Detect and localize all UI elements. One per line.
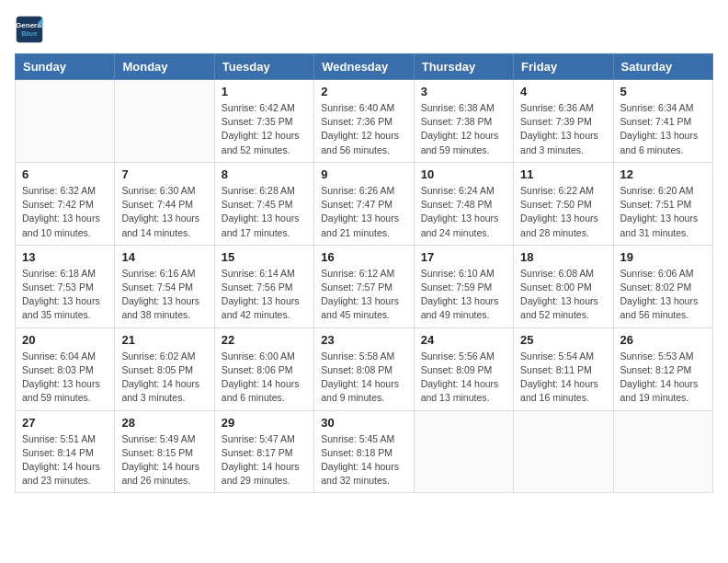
calendar-week-row: 20Sunrise: 6:04 AM Sunset: 8:03 PM Dayli… [16,327,713,410]
calendar-week-row: 13Sunrise: 6:18 AM Sunset: 7:53 PM Dayli… [16,245,713,327]
day-number: 29 [222,416,307,430]
day-detail: Sunrise: 6:18 AM Sunset: 7:53 PM Dayligh… [22,267,108,323]
calendar-cell: 25Sunrise: 5:54 AM Sunset: 8:11 PM Dayli… [514,327,613,410]
calendar-cell [514,410,613,493]
day-detail: Sunrise: 5:58 AM Sunset: 8:08 PM Dayligh… [321,350,406,406]
logo: General Blue [15,15,44,44]
day-detail: Sunrise: 5:49 AM Sunset: 8:15 PM Dayligh… [121,432,207,488]
calendar-cell: 1Sunrise: 6:42 AM Sunset: 7:35 PM Daylig… [214,80,313,163]
calendar-header-row: SundayMondayTuesdayWednesdayThursdayFrid… [16,54,713,80]
day-number: 12 [620,167,706,181]
calendar-cell: 29Sunrise: 5:47 AM Sunset: 8:17 PM Dayli… [214,410,313,493]
day-number: 17 [421,250,506,264]
day-number: 11 [520,167,606,181]
calendar-cell: 30Sunrise: 5:45 AM Sunset: 8:18 PM Dayli… [314,410,414,493]
calendar-cell: 13Sunrise: 6:18 AM Sunset: 7:53 PM Dayli… [16,245,115,327]
day-number: 5 [620,85,706,98]
day-detail: Sunrise: 5:53 AM Sunset: 8:12 PM Dayligh… [620,350,706,406]
day-detail: Sunrise: 5:56 AM Sunset: 8:09 PM Dayligh… [421,350,506,406]
svg-text:Blue: Blue [21,29,38,38]
day-number: 18 [520,250,606,264]
calendar-cell: 26Sunrise: 5:53 AM Sunset: 8:12 PM Dayli… [613,327,712,410]
weekday-header-monday: Monday [115,54,214,80]
day-number: 8 [222,167,307,181]
calendar-cell: 7Sunrise: 6:30 AM Sunset: 7:44 PM Daylig… [115,162,214,245]
day-detail: Sunrise: 6:22 AM Sunset: 7:50 PM Dayligh… [520,184,606,240]
page-header: General Blue [15,15,713,44]
day-detail: Sunrise: 6:08 AM Sunset: 8:00 PM Dayligh… [520,267,606,323]
day-number: 23 [321,333,406,347]
day-detail: Sunrise: 5:51 AM Sunset: 8:14 PM Dayligh… [22,432,108,488]
calendar-cell: 27Sunrise: 5:51 AM Sunset: 8:14 PM Dayli… [16,410,115,493]
day-detail: Sunrise: 6:30 AM Sunset: 7:44 PM Dayligh… [121,184,207,240]
calendar-cell [115,80,214,163]
day-detail: Sunrise: 5:47 AM Sunset: 8:17 PM Dayligh… [222,432,307,488]
day-number: 1 [222,85,307,98]
calendar-cell: 22Sunrise: 6:00 AM Sunset: 8:06 PM Dayli… [214,327,313,410]
day-number: 24 [421,333,506,347]
calendar-cell: 19Sunrise: 6:06 AM Sunset: 8:02 PM Dayli… [613,245,712,327]
day-number: 13 [22,250,108,264]
calendar-cell: 18Sunrise: 6:08 AM Sunset: 8:00 PM Dayli… [514,245,613,327]
day-detail: Sunrise: 6:24 AM Sunset: 7:48 PM Dayligh… [421,184,506,240]
calendar-cell: 17Sunrise: 6:10 AM Sunset: 7:59 PM Dayli… [414,245,513,327]
calendar-cell: 14Sunrise: 6:16 AM Sunset: 7:54 PM Dayli… [115,245,214,327]
day-detail: Sunrise: 6:00 AM Sunset: 8:06 PM Dayligh… [222,350,307,406]
calendar-cell: 6Sunrise: 6:32 AM Sunset: 7:42 PM Daylig… [16,162,115,245]
day-detail: Sunrise: 6:28 AM Sunset: 7:45 PM Dayligh… [222,184,307,240]
day-number: 4 [520,85,606,98]
day-number: 16 [321,250,406,264]
calendar-cell: 4Sunrise: 6:36 AM Sunset: 7:39 PM Daylig… [514,80,613,163]
day-number: 2 [321,85,406,98]
day-detail: Sunrise: 6:04 AM Sunset: 8:03 PM Dayligh… [22,350,108,406]
day-detail: Sunrise: 6:36 AM Sunset: 7:39 PM Dayligh… [520,101,606,157]
weekday-header-tuesday: Tuesday [214,54,313,80]
day-detail: Sunrise: 6:38 AM Sunset: 7:38 PM Dayligh… [421,101,506,157]
day-number: 9 [321,167,406,181]
day-number: 21 [121,333,207,347]
day-detail: Sunrise: 6:12 AM Sunset: 7:57 PM Dayligh… [321,267,406,323]
weekday-header-saturday: Saturday [613,54,712,80]
calendar-cell [16,80,115,163]
day-number: 6 [22,167,108,181]
day-detail: Sunrise: 6:16 AM Sunset: 7:54 PM Dayligh… [121,267,207,323]
day-detail: Sunrise: 6:14 AM Sunset: 7:56 PM Dayligh… [222,267,307,323]
calendar-cell: 2Sunrise: 6:40 AM Sunset: 7:36 PM Daylig… [314,80,414,163]
weekday-header-thursday: Thursday [414,54,513,80]
day-detail: Sunrise: 6:34 AM Sunset: 7:41 PM Dayligh… [620,101,706,157]
day-number: 7 [121,167,207,181]
calendar-cell: 28Sunrise: 5:49 AM Sunset: 8:15 PM Dayli… [115,410,214,493]
day-number: 30 [321,416,406,430]
day-detail: Sunrise: 6:06 AM Sunset: 8:02 PM Dayligh… [620,267,706,323]
day-number: 19 [620,250,706,264]
day-detail: Sunrise: 6:20 AM Sunset: 7:51 PM Dayligh… [620,184,706,240]
day-detail: Sunrise: 6:26 AM Sunset: 7:47 PM Dayligh… [321,184,406,240]
weekday-header-wednesday: Wednesday [314,54,414,80]
calendar-cell: 8Sunrise: 6:28 AM Sunset: 7:45 PM Daylig… [214,162,313,245]
calendar-week-row: 27Sunrise: 5:51 AM Sunset: 8:14 PM Dayli… [16,410,713,493]
day-number: 10 [421,167,506,181]
calendar-cell: 24Sunrise: 5:56 AM Sunset: 8:09 PM Dayli… [414,327,513,410]
day-number: 3 [421,85,506,98]
calendar-week-row: 1Sunrise: 6:42 AM Sunset: 7:35 PM Daylig… [16,80,713,163]
day-detail: Sunrise: 6:10 AM Sunset: 7:59 PM Dayligh… [421,267,506,323]
calendar-cell: 11Sunrise: 6:22 AM Sunset: 7:50 PM Dayli… [514,162,613,245]
calendar-cell: 21Sunrise: 6:02 AM Sunset: 8:05 PM Dayli… [115,327,214,410]
day-detail: Sunrise: 6:32 AM Sunset: 7:42 PM Dayligh… [22,184,108,240]
day-number: 20 [22,333,108,347]
calendar-cell: 23Sunrise: 5:58 AM Sunset: 8:08 PM Dayli… [314,327,414,410]
calendar-cell [414,410,513,493]
calendar-cell: 16Sunrise: 6:12 AM Sunset: 7:57 PM Dayli… [314,245,414,327]
calendar-cell: 12Sunrise: 6:20 AM Sunset: 7:51 PM Dayli… [613,162,712,245]
day-detail: Sunrise: 6:40 AM Sunset: 7:36 PM Dayligh… [321,101,406,157]
day-number: 22 [222,333,307,347]
weekday-header-friday: Friday [514,54,613,80]
calendar-week-row: 6Sunrise: 6:32 AM Sunset: 7:42 PM Daylig… [16,162,713,245]
day-number: 25 [520,333,606,347]
day-detail: Sunrise: 5:54 AM Sunset: 8:11 PM Dayligh… [520,350,606,406]
calendar-cell: 15Sunrise: 6:14 AM Sunset: 7:56 PM Dayli… [214,245,313,327]
calendar-table: SundayMondayTuesdayWednesdayThursdayFrid… [15,53,713,493]
day-number: 27 [22,416,108,430]
calendar-cell: 9Sunrise: 6:26 AM Sunset: 7:47 PM Daylig… [314,162,414,245]
day-number: 15 [222,250,307,264]
